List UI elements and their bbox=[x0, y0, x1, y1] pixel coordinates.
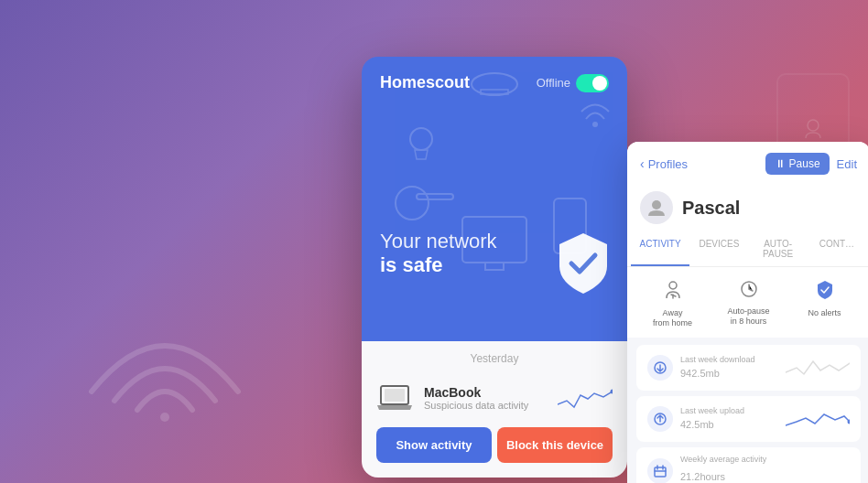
wifi-toggle[interactable] bbox=[576, 74, 609, 92]
weekly-label: Weekly average activity bbox=[680, 455, 766, 464]
safe-line1: Your network bbox=[380, 230, 497, 253]
svg-point-9 bbox=[592, 122, 598, 127]
laptop-icon bbox=[376, 380, 413, 416]
device-name: MacBook bbox=[424, 385, 547, 400]
status-icons-row: Awayfrom home Auto-pausein 8 hours No al… bbox=[627, 267, 868, 338]
svg-point-4 bbox=[396, 187, 429, 220]
download-value: 942.5mb bbox=[680, 364, 778, 380]
tab-cont[interactable]: CONT… bbox=[808, 233, 866, 266]
shield-icon bbox=[556, 231, 611, 295]
profile-name: Pascal bbox=[682, 198, 740, 219]
status-autopause: Auto-pausein 8 hours bbox=[712, 280, 785, 328]
upload-value: 42.5mb bbox=[680, 415, 778, 431]
chevron-left-icon: ‹ bbox=[640, 156, 645, 171]
svg-point-1 bbox=[808, 120, 819, 131]
away-label: Awayfrom home bbox=[653, 308, 692, 328]
pause-button[interactable]: ⏸ Pause bbox=[765, 153, 830, 175]
device-row: MacBook Suspicious data activity bbox=[362, 372, 627, 427]
tabs-row: ACTIVITY DEVICES AUTO-PAUSE CONT… bbox=[627, 233, 868, 267]
offline-area: Offline bbox=[537, 74, 609, 92]
svg-point-0 bbox=[160, 413, 169, 422]
download-label: Last week download bbox=[680, 355, 778, 364]
svg-point-10 bbox=[410, 128, 432, 150]
edit-button[interactable]: Edit bbox=[837, 157, 857, 171]
profiles-label: Profiles bbox=[648, 157, 688, 171]
svg-rect-12 bbox=[385, 389, 405, 402]
device-info: MacBook Suspicious data activity bbox=[424, 385, 547, 411]
left-phone-card: Homescout Offline Your network is safe Y… bbox=[362, 57, 627, 478]
tab-devices[interactable]: DEVICES bbox=[689, 233, 748, 266]
away-icon bbox=[665, 280, 681, 305]
panel-actions: ⏸ Pause Edit bbox=[765, 153, 857, 175]
tab-auto-pause[interactable]: AUTO-PAUSE bbox=[749, 233, 808, 266]
upload-stat-row: Last week upload 42.5mb bbox=[636, 396, 861, 442]
app-title: Homescout bbox=[380, 73, 470, 92]
status-away: Awayfrom home bbox=[636, 280, 709, 328]
block-device-button[interactable]: Block this device bbox=[497, 427, 613, 463]
download-icon bbox=[647, 355, 673, 381]
upload-label: Last week upload bbox=[680, 406, 778, 415]
svg-rect-20 bbox=[655, 467, 666, 477]
decorative-icons bbox=[362, 57, 627, 349]
right-panel: ‹ Profiles ⏸ Pause Edit Pascal ACTIVITY … bbox=[627, 142, 868, 483]
phone-header: Homescout Offline bbox=[380, 73, 609, 92]
upload-chart bbox=[786, 405, 850, 433]
autopause-label: Auto-pausein 8 hours bbox=[727, 306, 769, 327]
panel-header: ‹ Profiles ⏸ Pause Edit bbox=[627, 142, 868, 184]
weekly-value: 21.2hours bbox=[680, 467, 766, 483]
stats-area: Last week download 942.5mb Last week upl… bbox=[627, 338, 868, 483]
yesterday-label: Yesterday bbox=[362, 341, 627, 372]
wifi-decoration bbox=[73, 318, 256, 428]
profile-section: Pascal bbox=[627, 184, 868, 233]
tab-activity[interactable]: ACTIVITY bbox=[631, 233, 689, 266]
svg-point-15 bbox=[669, 282, 677, 289]
action-buttons: Show activity Block this device bbox=[362, 427, 627, 478]
clock-icon bbox=[740, 280, 758, 303]
back-profiles-link[interactable]: ‹ Profiles bbox=[640, 156, 688, 171]
pause-label: Pause bbox=[789, 157, 820, 170]
no-alerts-label: No alerts bbox=[808, 308, 841, 318]
svg-point-14 bbox=[652, 200, 661, 209]
download-chart bbox=[786, 354, 850, 381]
weekly-stat-row: Weekly average activity 21.2hours MoTuWe… bbox=[636, 447, 861, 483]
phone-top-section: Homescout Offline Your network is safe bbox=[362, 57, 627, 341]
avatar bbox=[640, 191, 673, 224]
safe-text-area: Your network is safe bbox=[380, 230, 497, 277]
phone-bottom-section: Yesterday MacBook Suspicious data activi… bbox=[362, 341, 627, 478]
show-activity-button[interactable]: Show activity bbox=[376, 427, 492, 463]
download-stat-row: Last week download 942.5mb bbox=[636, 345, 861, 391]
upload-stat-content: Last week upload 42.5mb bbox=[680, 406, 778, 431]
svg-rect-5 bbox=[417, 194, 453, 199]
weekly-icon bbox=[647, 458, 673, 483]
status-alerts: No alerts bbox=[788, 280, 861, 328]
offline-label: Offline bbox=[537, 76, 570, 90]
download-stat-content: Last week download 942.5mb bbox=[680, 355, 778, 380]
shield-check-icon bbox=[817, 280, 833, 305]
safe-line2: is safe bbox=[380, 253, 497, 277]
device-subtitle: Suspicious data activity bbox=[424, 400, 547, 411]
device-mini-chart bbox=[558, 384, 613, 412]
upload-icon bbox=[647, 406, 673, 432]
pause-icon: ⏸ bbox=[775, 157, 786, 170]
